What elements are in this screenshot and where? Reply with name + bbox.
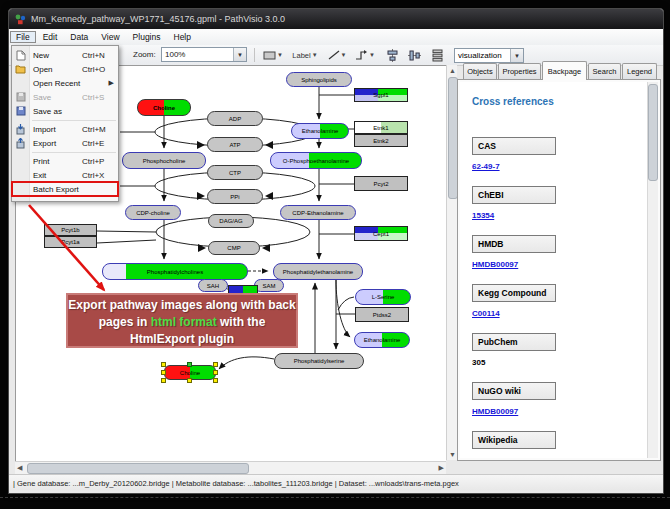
selection-handle[interactable] [161, 378, 166, 383]
node-sphingolipids[interactable]: Sphingolipids [286, 72, 352, 87]
gene-pcyt1b[interactable]: Pcyt1b [44, 224, 97, 236]
panel-scrollbar[interactable] [647, 82, 658, 458]
xref-name: Kegg Compound [472, 284, 556, 302]
node-ptdss2[interactable]: Ptdss2 [355, 307, 409, 322]
visualization-value: visualization [455, 51, 510, 60]
node-dag[interactable]: DAG/AG [208, 214, 254, 228]
menu-help[interactable]: Help [168, 31, 197, 43]
menu-plugins[interactable]: Plugins [127, 31, 167, 43]
menu-file[interactable]: File [10, 31, 36, 43]
visualization-combo[interactable]: visualization ▼ [454, 48, 524, 63]
node-phosphatidylserine[interactable]: Phosphatidylserine [274, 353, 364, 369]
node-ethanolamine-top[interactable]: Ethanolamine [291, 123, 349, 139]
tab-properties[interactable]: Properties [498, 63, 541, 79]
selection-handle[interactable] [213, 370, 218, 375]
chevron-down-icon[interactable]: ▼ [510, 49, 523, 62]
node-ctp[interactable]: CTP [207, 165, 263, 180]
gene-pcyt2[interactable]: Pcyt2 [354, 176, 408, 191]
xref-name: PubChem [472, 333, 556, 351]
save-as-icon [12, 106, 29, 116]
selection-handle[interactable] [213, 362, 218, 367]
xref-link[interactable]: 62-49-7 [472, 162, 650, 171]
datanode-button[interactable]: ▼ [261, 47, 285, 63]
selection-handle[interactable] [161, 362, 166, 367]
canvas-vertical-scrollbar[interactable]: ▲ ▼ [446, 65, 457, 460]
label-tool-text: Label [292, 51, 310, 60]
xref-name: CAS [472, 137, 556, 155]
gene-sgpl1[interactable]: Sgpl1 [354, 88, 408, 102]
selection-handle[interactable] [213, 378, 218, 383]
label-tool-button[interactable]: Label ▼ [289, 47, 321, 63]
stack-vertical-button[interactable] [428, 47, 446, 63]
xref-link[interactable]: HMDB00097 [472, 407, 650, 416]
menu-view[interactable]: View [95, 31, 125, 43]
node-cdp-ethanolamine[interactable]: CDP-Ethanolamine [280, 205, 356, 220]
file-menu-item-open[interactable]: Open Ctrl+O [12, 62, 118, 76]
node-ethanolamine-bottom[interactable]: Ethanolamine [354, 332, 410, 348]
tab-backpage[interactable]: Backpage [542, 61, 587, 80]
gene-pcyt1a[interactable]: Pcyt1a [44, 236, 97, 248]
gene-etnk1[interactable]: Etnk1 [354, 121, 408, 134]
file-menu-item-open-recent[interactable]: Open Recent ▶ [12, 76, 118, 90]
xref-link[interactable]: HMDB00097 [472, 260, 650, 269]
align-center-button[interactable] [383, 47, 401, 63]
node-sah[interactable]: SAH [198, 279, 228, 292]
file-menu-item-import[interactable]: Import Ctrl+M [12, 122, 118, 136]
connector-tool-button[interactable]: ▼ [353, 47, 377, 63]
chevron-down-icon[interactable]: ▼ [233, 48, 246, 61]
file-menu-item-save-as[interactable]: Save as [12, 104, 118, 118]
backpage-content: Cross references CAS 62-49-7 ChEBI 15354… [460, 82, 650, 458]
menu-data[interactable]: Data [64, 31, 94, 43]
node-l-serine[interactable]: L-Serine [355, 289, 411, 305]
node-o-phosphoethanolamine[interactable]: O-Phosphoethanolamine [270, 152, 362, 169]
tab-objects[interactable]: Objects [463, 63, 497, 79]
xref-section-cas: CAS 62-49-7 [472, 135, 650, 171]
xref-link[interactable]: C00114 [472, 309, 650, 318]
tab-legend[interactable]: Legend [622, 63, 657, 79]
file-menu-item-save[interactable]: Save Ctrl+S [12, 90, 118, 104]
align-center-icon [386, 49, 399, 62]
connector-icon [355, 49, 368, 61]
gene-cept1[interactable]: Cept1 [354, 226, 408, 241]
node-atp[interactable]: ATP [207, 137, 263, 152]
node-cmp[interactable]: CMP [208, 241, 260, 255]
xref-link[interactable]: Choline [472, 456, 650, 458]
xref-name: Wikipedia [472, 431, 556, 449]
node-cdp-choline[interactable]: CDP-choline [125, 205, 181, 220]
gene-etnk2[interactable]: Etnk2 [354, 134, 408, 147]
node-sam[interactable]: SAM [254, 279, 284, 292]
node-choline-top[interactable]: Choline [137, 99, 191, 116]
panel-scroll-thumb[interactable] [648, 84, 658, 181]
node-ppi[interactable]: PPi [207, 189, 263, 204]
align-middle-button[interactable] [405, 47, 423, 63]
zoom-label: Zoom: [133, 50, 156, 59]
zoom-value: 100% [162, 50, 233, 59]
line-icon [328, 49, 340, 61]
xref-link[interactable]: 15354 [472, 211, 650, 220]
line-tool-button[interactable]: ▼ [325, 47, 349, 63]
horizontal-scroll-thumb[interactable] [27, 463, 249, 474]
rotate-handle[interactable] [187, 362, 192, 367]
node-adp[interactable]: ADP [207, 111, 263, 126]
screenshot-artifact-line [0, 497, 670, 498]
xref-value: 305 [472, 358, 650, 367]
xref-section-nugo: NuGO wiki HMDB00097 [472, 380, 650, 416]
selection-handle[interactable] [161, 370, 166, 375]
menu-edit[interactable]: Edit [37, 31, 64, 43]
selection-handle[interactable] [187, 378, 192, 383]
stack-vertical-icon [431, 49, 444, 62]
file-menu-item-batch-export[interactable]: Batch Export [12, 182, 118, 196]
import-icon [12, 124, 29, 135]
file-menu-item-export[interactable]: Export Ctrl+E [12, 136, 118, 150]
file-menu-item-new[interactable]: New Ctrl+N [12, 48, 118, 62]
zoom-combo[interactable]: 100% ▼ [161, 47, 247, 62]
status-bar: | Gene database: ...m_Derby_20120602.bri… [9, 474, 663, 491]
tab-search[interactable]: Search [588, 63, 621, 79]
node-phosphatidylcholines[interactable]: Phosphatidylcholines [102, 263, 248, 280]
file-menu-item-print[interactable]: Print Ctrl+P [12, 154, 118, 168]
canvas-horizontal-scrollbar[interactable]: ◀ ▶ [15, 461, 446, 474]
xref-section-kegg: Kegg Compound C00114 [472, 282, 650, 318]
node-phosphocholine[interactable]: Phosphocholine [122, 152, 206, 169]
node-phosphatidylethanolamine[interactable]: Phosphatidylethanolamine [273, 263, 363, 280]
file-menu-item-exit[interactable]: Exit Ctrl+X [12, 168, 118, 182]
